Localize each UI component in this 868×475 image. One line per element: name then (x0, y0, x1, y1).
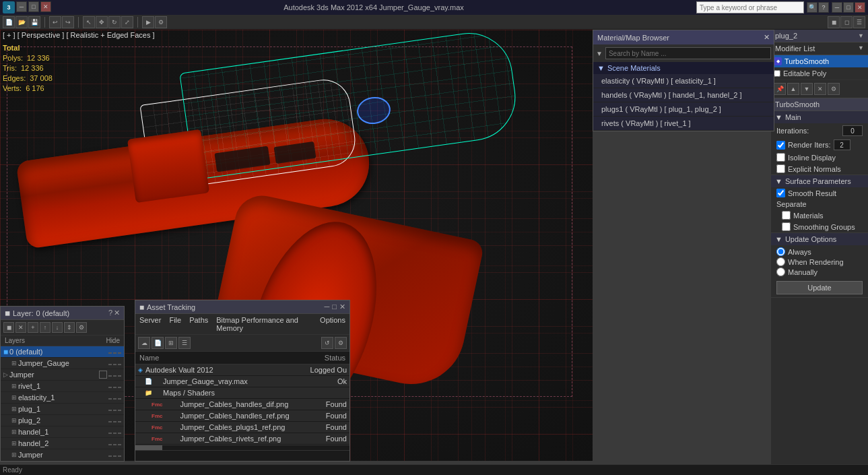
tb-redo[interactable]: ↪ (62, 16, 74, 28)
asset-btn-r2[interactable]: ⚙ (335, 337, 347, 349)
layer-item-7[interactable]: ⊞ handel_1 (1, 426, 124, 438)
search-btn[interactable]: 🔍 (807, 2, 817, 13)
asset-vault[interactable]: ◈ Autodesk Vault 2012 Logged Ou (135, 365, 349, 376)
layer-btn-7[interactable]: ⚙ (76, 322, 87, 333)
minimize-btn[interactable]: ─ (16, 1, 27, 12)
isoline-check[interactable] (776, 153, 785, 162)
mat-browser-close[interactable]: ✕ (764, 33, 770, 42)
tb-move[interactable]: ✥ (96, 16, 108, 28)
layer-item-6[interactable]: ⊞ plug_2 (1, 415, 124, 426)
modifier-list-expand[interactable]: ▼ (858, 44, 864, 53)
layer-item-0[interactable]: ◼ 0 (default) (1, 346, 124, 358)
asset-btn-4[interactable]: ☰ (178, 337, 191, 349)
iterations-input[interactable] (842, 125, 863, 136)
mod-tb-move-up[interactable]: ▲ (787, 83, 799, 95)
tb-right-3[interactable]: ☰ (853, 16, 865, 28)
layer-item-5[interactable]: ⊞ plug_1 (1, 404, 124, 415)
layer-icon-8: ⊞ (11, 440, 17, 447)
layer-btn-6[interactable]: ⇕ (64, 322, 75, 333)
asset-maps-folder[interactable]: 📁 Maps / Shaders (135, 387, 349, 399)
explicit-check[interactable] (776, 164, 785, 173)
expand-icon[interactable]: ▼ (858, 32, 864, 39)
update-btn[interactable]: Update (776, 281, 863, 294)
edpoly-check[interactable] (774, 70, 780, 77)
asset-maxfile[interactable]: 📄 Jumper_Gauge_vray.max Ok (135, 376, 349, 387)
layer-btn-4[interactable]: ↑ (40, 322, 51, 333)
layer-item-2[interactable]: ▷ Jumper (1, 369, 124, 381)
smooth-label: Smooth Result (788, 189, 836, 197)
tb-render[interactable]: ▶ (142, 16, 154, 28)
always-radio[interactable] (776, 247, 785, 256)
mat-item-1[interactable]: handels ( VRayMtl ) [ handel_1, handel_2… (593, 88, 774, 102)
asset-close[interactable]: ✕ (339, 303, 345, 311)
asset-btn-3[interactable]: ⊞ (165, 337, 177, 349)
layers-close[interactable]: ✕ (114, 309, 120, 317)
asset-menu-paths[interactable]: Paths (189, 316, 208, 332)
asset-btn-2[interactable]: 📄 (152, 337, 164, 349)
mod-tb-move-dn[interactable]: ▼ (801, 83, 813, 95)
mat-item-0[interactable]: elasticity ( VRayMtl ) [ elasticity_1 ] (593, 74, 774, 88)
asset-png-2[interactable]: Fmc Jumper_Cables_plugs1_ref.png Found (135, 422, 349, 433)
asset-btn-r1[interactable]: ↺ (321, 337, 333, 349)
tb-right-2[interactable]: ◻ (840, 16, 853, 28)
smoothing-check[interactable] (782, 222, 791, 231)
tb-undo[interactable]: ↩ (49, 16, 61, 28)
window-restore[interactable]: □ (843, 2, 854, 13)
asset-btn-1[interactable]: ☁ (138, 337, 150, 349)
mod-tb-pin[interactable]: 📌 (774, 83, 786, 95)
asset-menu-file[interactable]: File (169, 316, 181, 332)
asset-menu-options[interactable]: Options (320, 316, 345, 332)
asset-scrollthumb[interactable] (135, 445, 162, 450)
explicit-row: Explicit Normals (771, 163, 868, 175)
modifier-turbosm[interactable]: ◆ TurboSmooth (771, 55, 868, 67)
mod-tb-delete[interactable]: ✕ (814, 83, 826, 95)
mat-search-input[interactable] (605, 47, 771, 59)
layer-btn-3[interactable]: + (28, 322, 38, 333)
mat-item-2[interactable]: plugs1 ( VRayMtl ) [ plug_1, plug_2 ] (593, 102, 774, 117)
asset-png-0[interactable]: Fmc Jumper_Cables_handles_dif.png Found (135, 399, 349, 410)
tb-right-1[interactable]: ◼ (828, 16, 840, 28)
asset-menu-bitmap[interactable]: Bitmap Performance and Memory (216, 316, 312, 332)
asset-menu-server[interactable]: Server (139, 316, 161, 332)
smooth-check[interactable] (776, 189, 785, 197)
tb-save[interactable]: 💾 (28, 16, 40, 28)
asset-scrollbar[interactable] (135, 445, 349, 450)
asset-name-1: Jumper_Gauge_vray.max (155, 377, 297, 385)
layer-icon-3: ⊞ (11, 383, 17, 389)
maximize-btn[interactable]: □ (28, 1, 39, 12)
layer-item-9[interactable]: ⊞ Jumper (1, 449, 124, 461)
mat-item-3[interactable]: rivets ( VRayMtl ) [ rivet_1 ] (593, 117, 774, 131)
tb-select[interactable]: ↖ (83, 16, 95, 28)
close-btn[interactable]: ✕ (40, 1, 51, 12)
render-iters-check[interactable] (776, 141, 785, 150)
asset-maximize[interactable]: □ (332, 303, 337, 311)
layer-btn-5[interactable]: ↓ (52, 322, 63, 333)
tb-open[interactable]: 📂 (15, 16, 28, 28)
mod-tb-config[interactable]: ⚙ (828, 83, 840, 95)
layer-item-8[interactable]: ⊞ handel_2 (1, 438, 124, 449)
object-name: plug_2 (775, 32, 797, 40)
layer-item-3[interactable]: ⊞ rivet_1 (1, 381, 124, 392)
tb-new[interactable]: 📄 (3, 16, 15, 28)
tb-scale[interactable]: ⤢ (121, 16, 133, 28)
layer-btn-2[interactable]: ✕ (15, 322, 26, 333)
tb-rotate[interactable]: ↻ (108, 16, 121, 28)
mat-browser-title: Material/Map Browser (597, 34, 669, 42)
layer-item-1[interactable]: ⊞ Jumper_Gauge (1, 358, 124, 369)
layer-item-4[interactable]: ⊞ elasticity_1 (1, 392, 124, 404)
asset-minimize[interactable]: ─ (325, 303, 330, 311)
search-input[interactable] (696, 1, 804, 13)
manually-radio[interactable] (776, 267, 785, 276)
layer-btn-1[interactable]: ◼ (3, 322, 14, 333)
window-close[interactable]: ✕ (855, 2, 865, 13)
asset-png-3[interactable]: Fmc Jumper_Cables_rivets_ref.png Found (135, 433, 349, 445)
modifier-edpoly[interactable]: Editable Poly (771, 67, 868, 80)
materials-check[interactable] (782, 211, 791, 220)
layers-help[interactable]: ? (108, 309, 112, 317)
tb-settings[interactable]: ⚙ (155, 16, 167, 28)
help-icon[interactable]: ? (818, 2, 829, 13)
render-iters-input[interactable] (834, 139, 850, 150)
asset-png-1[interactable]: Fmc Jumper_Cables_handles_ref.png Found (135, 410, 349, 422)
window-minimize[interactable]: ─ (832, 2, 842, 13)
when-rendering-radio[interactable] (776, 257, 785, 266)
